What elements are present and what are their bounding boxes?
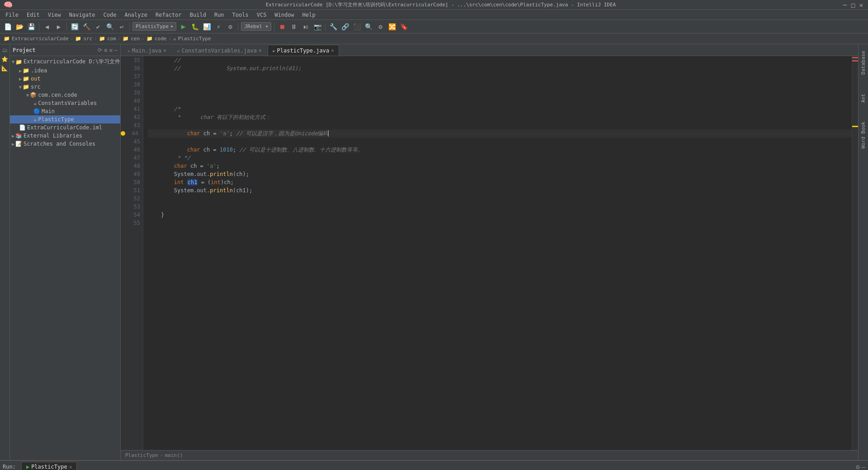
breadcrumb-plastictype[interactable]: PlasticType — [178, 36, 211, 42]
tree-scratches[interactable]: ▶ 📝 Scratches and Consoles — [10, 140, 120, 148]
code-content[interactable]: // // System.out.println(d1); /* * char … — [143, 56, 852, 450]
gutter-error-2 — [852, 60, 858, 62]
tree-plastictype[interactable]: ☕ PlasticType — [10, 115, 120, 123]
sync-icon[interactable]: ⟳ — [98, 47, 102, 53]
line-38: 38 — [121, 81, 140, 89]
favorites-tool-button[interactable]: ⭐ — [1, 55, 9, 63]
tab-constantsvariables-java[interactable]: ☕ ConstantsVariables.java ✕ — [172, 45, 267, 56]
structure-tool-button[interactable]: 📐 — [1, 64, 9, 72]
external-tools-button[interactable]: 🔗 — [340, 22, 350, 32]
camera-button[interactable]: 📷 — [312, 22, 322, 32]
editor-breadcrumb-main[interactable]: main() — [165, 452, 183, 458]
menu-tools[interactable]: Tools — [229, 11, 252, 19]
arrow-out[interactable]: ▶ — [19, 76, 22, 81]
ant-panel-button[interactable]: Ant — [859, 89, 867, 107]
resume-button[interactable]: ⏯ — [301, 22, 311, 32]
breadcrumb-code[interactable]: code — [155, 36, 167, 42]
arrow-package[interactable]: ▼ — [26, 93, 29, 98]
save-button[interactable]: 💾 — [26, 22, 36, 32]
menu-refactor[interactable]: Refactor — [152, 11, 185, 19]
run-debug-button[interactable]: 🔄 — [70, 22, 80, 32]
collapse-icon[interactable]: — — [114, 47, 118, 53]
database-panel-button[interactable]: Database — [859, 46, 867, 79]
tab-plastictype-java[interactable]: ☕ PlasticType.java ✕ — [268, 45, 339, 56]
forward-button[interactable]: ▶ — [54, 22, 64, 32]
arrow-src[interactable]: ▼ — [19, 85, 22, 90]
run-with-coverage-button[interactable]: 📊 — [202, 22, 212, 32]
run-button[interactable]: ▶ — [178, 22, 188, 32]
breadcrumb-cen[interactable]: cen — [131, 36, 140, 42]
tab-plastictype-close[interactable]: ✕ — [331, 47, 334, 53]
bookmark-button[interactable]: 🔖 — [399, 22, 409, 32]
back-button[interactable]: ◀ — [42, 22, 52, 32]
menu-build[interactable]: Build — [186, 11, 210, 19]
project-tool-button[interactable]: 🗂 — [1, 46, 9, 54]
menu-help[interactable]: Help — [299, 11, 319, 19]
coverage-button[interactable]: 🔍 — [105, 22, 115, 32]
open-button[interactable]: 📂 — [14, 22, 24, 32]
stop-button[interactable]: ⏹ — [277, 22, 287, 32]
minimize-button[interactable]: ─ — [842, 2, 848, 8]
arrow-scratches[interactable]: ▶ — [12, 142, 14, 147]
tree-src[interactable]: ▼ 📁 src — [10, 83, 120, 91]
arrow-external[interactable]: ▶ — [12, 133, 14, 138]
new-file-button[interactable]: 📄 — [3, 22, 13, 32]
debug-button[interactable]: 🐛 — [190, 22, 200, 32]
menu-edit[interactable]: Edit — [23, 11, 43, 19]
gear-icon[interactable]: ≡ — [109, 47, 113, 53]
tree-idea[interactable]: ▶ 📁 .idea — [10, 66, 120, 75]
settings-button[interactable]: ⚙ — [375, 22, 385, 32]
settings-gear-icon[interactable]: ⚙ — [856, 463, 859, 470]
check-button[interactable]: ✔ — [93, 22, 103, 32]
editor-breadcrumb-plastictype[interactable]: PlasticType — [125, 452, 158, 458]
arrow-extracurricularcode[interactable]: ▼ — [12, 59, 14, 64]
line-36: 36 — [121, 64, 140, 72]
tree-constantsvariables[interactable]: ☕ ConstantsVariables — [10, 99, 120, 107]
breadcrumb-com[interactable]: com — [107, 36, 116, 42]
tree-external-libraries[interactable]: ▶ 📚 External Libraries — [10, 132, 120, 140]
menu-view[interactable]: View — [44, 11, 65, 19]
tree-out[interactable]: ▶ 📁 out — [10, 75, 120, 83]
word-book-panel-button[interactable]: Word Book — [859, 117, 867, 153]
breadcrumb-src[interactable]: src — [83, 36, 92, 42]
line-54: 54 — [121, 211, 140, 219]
tree-main[interactable]: 🔵 Main — [10, 107, 120, 115]
search-everywhere-button[interactable]: 🔍 — [363, 22, 373, 32]
run-tab-close[interactable]: ✕ — [69, 464, 72, 470]
project-dropdown[interactable]: PlasticType ▾ — [132, 22, 176, 31]
arrow-idea[interactable]: ▶ — [19, 68, 22, 73]
project-title: Project — [13, 47, 96, 53]
tree-iml[interactable]: 📄 ExtraCurricularCode.iml — [10, 123, 120, 132]
line-39: 39 — [121, 89, 140, 97]
menu-window[interactable]: Window — [271, 11, 297, 19]
tab-main-java-close[interactable]: ✕ — [163, 47, 166, 53]
tree-extracurricularcode[interactable]: ▼ 📁 ExtracurricularCode D:\学习文件 — [10, 57, 120, 66]
run-plastictype-tab[interactable]: ▶ PlasticType ✕ — [21, 462, 77, 470]
profile-button[interactable]: ⚡ — [213, 22, 223, 32]
build-button[interactable]: 🔨 — [81, 22, 91, 32]
breadcrumb-extracurricular[interactable]: ExtracurricularCode — [12, 36, 69, 42]
wrench-button[interactable]: 🔧 — [328, 22, 338, 32]
collapse-run-icon[interactable]: — — [862, 463, 865, 470]
tab-constantsvariables-close[interactable]: ✕ — [259, 47, 262, 53]
constantsvariables-icon: ☕ — [33, 100, 37, 106]
menu-file[interactable]: File — [2, 11, 22, 19]
vcs-button[interactable]: 🔀 — [387, 22, 397, 32]
jrebel-dropdown[interactable]: JRebel ▾ — [241, 22, 271, 31]
menu-run[interactable]: Run — [211, 11, 228, 19]
tree-package[interactable]: ▼ 📦 com.cen.code — [10, 91, 120, 99]
edit-configs-button[interactable]: ⚙ — [225, 22, 235, 32]
main-icon: 🔵 — [33, 108, 40, 114]
terminal-button[interactable]: ⬛ — [352, 22, 362, 32]
menu-code[interactable]: Code — [100, 11, 120, 19]
settings-icon[interactable]: ⚙ — [104, 47, 107, 53]
tab-main-java[interactable]: ☕ Main.java ✕ — [123, 45, 171, 56]
editor-area: ☕ Main.java ✕ ☕ ConstantsVariables.java … — [121, 44, 858, 460]
menu-analyze[interactable]: Analyze — [121, 11, 151, 19]
menu-vcs[interactable]: VCS — [253, 11, 270, 19]
reload-button[interactable]: ↩ — [117, 22, 127, 32]
maximize-button[interactable]: □ — [850, 2, 856, 8]
close-button[interactable]: ✕ — [858, 2, 864, 8]
menu-navigate[interactable]: Navigate — [66, 11, 99, 19]
pause-button[interactable]: ⏸ — [289, 22, 299, 32]
